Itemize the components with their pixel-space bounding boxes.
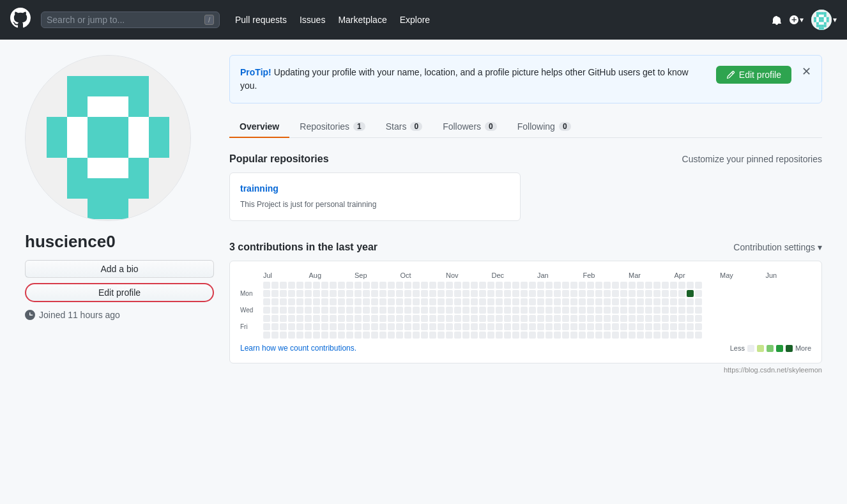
- day-cell: [662, 332, 669, 339]
- day-cell: [521, 290, 528, 297]
- day-cell: [562, 298, 569, 305]
- day-cell: [562, 315, 569, 322]
- day-label-fri: Fri: [240, 323, 258, 330]
- svg-rect-23: [821, 22, 824, 25]
- tab-repositories[interactable]: Repositories 1: [289, 116, 376, 138]
- day-cell: [263, 282, 270, 289]
- day-cell: [471, 323, 478, 330]
- week-col: [645, 282, 652, 339]
- tab-overview[interactable]: Overview: [229, 116, 289, 138]
- contribution-settings-button[interactable]: Contribution settings ▾: [733, 242, 822, 252]
- popular-repos-header: Popular repositories Customize your pinn…: [229, 153, 822, 165]
- tab-following[interactable]: Following 0: [507, 116, 581, 138]
- day-cell: [579, 298, 586, 305]
- week-col: [438, 282, 445, 339]
- day-cell: [512, 332, 519, 339]
- day-cell: [379, 323, 386, 330]
- day-cell: [330, 282, 337, 289]
- github-logo-icon[interactable]: [10, 8, 31, 33]
- nav-explore[interactable]: Explore: [400, 15, 430, 25]
- edit-profile-green-button[interactable]: Edit profile: [716, 66, 791, 84]
- day-cell: [521, 315, 528, 322]
- week-col: [662, 282, 669, 339]
- tab-followers[interactable]: Followers 0: [432, 116, 507, 138]
- week-col: [595, 282, 602, 339]
- day-cell: [263, 315, 270, 322]
- svg-rect-16: [816, 20, 819, 22]
- day-cell: [446, 323, 453, 330]
- day-cell: [438, 298, 445, 305]
- day-cell: [562, 323, 569, 330]
- day-cell: [620, 282, 627, 289]
- joined-info: Joined 11 hours ago: [25, 310, 214, 320]
- stars-count: 0: [410, 122, 422, 131]
- day-cell: [662, 315, 669, 322]
- svg-rect-41: [67, 117, 88, 137]
- day-cell: [504, 290, 511, 297]
- notifications-button[interactable]: [772, 15, 782, 25]
- day-cell: [313, 282, 320, 289]
- day-cell: [305, 307, 312, 314]
- customize-pinned-link[interactable]: Customize your pinned repositories: [682, 154, 822, 164]
- tab-stars[interactable]: Stars 0: [376, 116, 432, 138]
- day-cell: [554, 307, 561, 314]
- day-cell: [604, 290, 611, 297]
- day-cell: [346, 290, 353, 297]
- day-cell: [612, 315, 619, 322]
- nav-marketplace[interactable]: Marketplace: [338, 15, 386, 25]
- day-cell: [645, 332, 652, 339]
- day-cell: [296, 315, 303, 322]
- day-cell: [487, 315, 494, 322]
- day-cell: [546, 298, 553, 305]
- search-input[interactable]: [47, 15, 199, 25]
- nav-issues[interactable]: Issues: [300, 15, 325, 25]
- svg-rect-4: [824, 12, 827, 15]
- day-cell: [346, 298, 353, 305]
- dropdown-chevron-icon: ▾: [818, 242, 822, 252]
- week-col: [338, 282, 345, 339]
- week-col: [612, 282, 619, 339]
- day-cell: [504, 315, 511, 322]
- weeks-container: [263, 282, 811, 339]
- search-box[interactable]: /: [41, 11, 220, 28]
- week-col: [496, 282, 503, 339]
- day-cell: [620, 332, 627, 339]
- nav-pull-requests[interactable]: Pull requests: [235, 15, 287, 25]
- user-menu[interactable]: ▾: [811, 10, 837, 30]
- day-cell: [653, 315, 660, 322]
- avatar-wrapper: [25, 55, 214, 221]
- day-cell: [404, 290, 411, 297]
- day-cell: [379, 290, 386, 297]
- week-col: [620, 282, 627, 339]
- graph-footer: Learn how we count contributions. Less M…: [240, 344, 811, 353]
- day-cell: [355, 298, 362, 305]
- day-cell: [454, 323, 461, 330]
- day-cell: [446, 290, 453, 297]
- day-cell: [645, 290, 652, 297]
- day-cell: [620, 290, 627, 297]
- day-cell: [637, 282, 644, 289]
- day-cell: [637, 323, 644, 330]
- learn-contributions-link[interactable]: Learn how we count contributions.: [240, 344, 356, 353]
- day-cell: [662, 282, 669, 289]
- day-cell: [587, 282, 594, 289]
- close-banner-button[interactable]: ✕: [802, 66, 811, 77]
- svg-rect-47: [67, 137, 88, 158]
- add-bio-button[interactable]: Add a bio: [25, 260, 214, 278]
- day-cell: [446, 282, 453, 289]
- day-cell: [346, 282, 353, 289]
- svg-rect-5: [816, 15, 819, 17]
- new-button[interactable]: ▾: [790, 15, 804, 24]
- month-feb: Feb: [583, 271, 629, 279]
- day-cell: [404, 323, 411, 330]
- repo-name-link[interactable]: trainning: [240, 183, 510, 194]
- day-cell: [355, 332, 362, 339]
- day-cell: [620, 298, 627, 305]
- edit-profile-button[interactable]: Edit profile: [25, 283, 214, 302]
- day-cell: [363, 332, 370, 339]
- day-cell: [471, 332, 478, 339]
- day-cell: [678, 315, 685, 322]
- day-cell: [263, 307, 270, 314]
- svg-rect-57: [88, 178, 108, 199]
- svg-rect-49: [108, 137, 128, 158]
